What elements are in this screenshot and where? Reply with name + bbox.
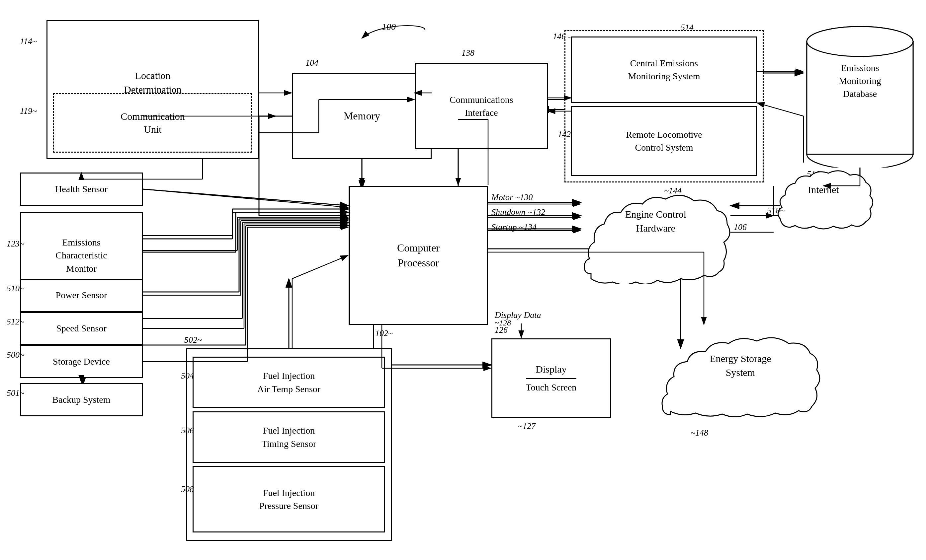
fuel-timing-label: Fuel InjectionTiming Sensor (262, 424, 316, 450)
energy-storage-label: Energy StorageSystem (710, 353, 771, 378)
fuel-pressure-label: Fuel InjectionPressure Sensor (259, 486, 318, 512)
svg-line-90 (292, 255, 348, 279)
fuel-timing-box: Fuel InjectionTiming Sensor (192, 411, 385, 463)
ref-106: 106 (734, 222, 747, 232)
emissions-db-shape: EmissionsMonitoringDatabase (803, 21, 916, 168)
memory-box: Memory (292, 73, 432, 159)
ref-142: 142 (558, 129, 571, 139)
ref-102: 102~ (375, 328, 393, 338)
internet-label: Internet (808, 184, 839, 195)
ref-146: 146 - - - (553, 32, 581, 41)
storage-device-label: Storage Device (53, 356, 110, 368)
svg-line-83 (757, 103, 803, 116)
ref-514: 514 (681, 23, 694, 33)
ref-506: 506 (181, 426, 194, 436)
backup-system-label: Backup System (53, 394, 110, 406)
display-box: Display Touch Screen (492, 338, 611, 418)
shutdown-label: Shutdown ~132 (492, 207, 545, 217)
motor-label: Motor ~130 (492, 192, 533, 202)
touch-screen-label: Touch Screen (526, 378, 577, 394)
emissions-monitor-label: EmissionsCharacteristicMonitor (56, 236, 107, 275)
remote-loco-label: Remote LocomotiveControl System (626, 128, 702, 154)
central-emissions-label: Central EmissionsMonitoring System (628, 57, 700, 83)
storage-device-box: Storage Device (20, 345, 143, 378)
remote-loco-box: Remote LocomotiveControl System (571, 106, 757, 176)
ref-502: 502~ (184, 335, 202, 345)
comm-unit-box: CommunicationUnit (53, 93, 252, 152)
engine-control-label: Engine ControlHardware (625, 209, 686, 234)
ref-148: ~148 (691, 428, 708, 438)
display-label: Display (526, 362, 577, 376)
backup-system-box: Backup System (20, 383, 143, 417)
ref-501: 501~ (7, 388, 24, 398)
comm-interface-box: CommunicationsInterface (415, 63, 548, 149)
ref-504: 504 (181, 371, 194, 381)
engine-control-box: Engine ControlHardware (581, 181, 731, 284)
energy-storage-box: Energy StorageSystem (657, 325, 823, 425)
ref-127: ~127 (518, 421, 536, 431)
ref-518: 518~ (767, 206, 785, 216)
ref-508: 508 (181, 485, 194, 494)
memory-label: Memory (343, 109, 380, 123)
fuel-air-temp-box: Fuel InjectionAir Temp Sensor (192, 357, 385, 408)
ref-100: 100 (382, 21, 396, 32)
ref-138: 138 (461, 48, 474, 58)
ref-500: 500~ (7, 350, 24, 360)
ref-123: 123~ (7, 239, 24, 249)
health-sensor-box: Health Sensor (20, 172, 143, 206)
computer-processor-label: ComputerProcessor (397, 240, 440, 270)
health-sensor-label: Health Sensor (55, 183, 107, 195)
speed-sensor-box: Speed Sensor (20, 312, 143, 345)
fuel-air-temp-label: Fuel InjectionAir Temp Sensor (257, 369, 321, 395)
ref-114: 114~ (20, 36, 37, 47)
ref-512: 512~ (7, 317, 24, 327)
svg-point-46 (807, 27, 913, 56)
computer-processor-box: ComputerProcessor (349, 186, 488, 325)
emissions-db-label: EmissionsMonitoringDatabase (839, 63, 881, 99)
comm-interface-label: CommunicationsInterface (449, 93, 513, 119)
ref-119: 119~ (20, 106, 37, 116)
power-sensor-label: Power Sensor (56, 289, 107, 301)
ref-128: ~128 (495, 318, 511, 328)
ref-104: 104 (306, 58, 318, 68)
speed-sensor-label: Speed Sensor (56, 323, 107, 334)
startup-label: Startup ~134 (492, 222, 537, 232)
fuel-pressure-box: Fuel InjectionPressure Sensor (192, 466, 385, 533)
central-emissions-box: Central EmissionsMonitoring System (571, 36, 757, 103)
ref-510: 510~ (7, 284, 24, 294)
svg-line-56 (143, 189, 348, 207)
svg-line-11 (143, 189, 349, 206)
comm-unit-label: CommunicationUnit (121, 110, 185, 136)
internet-cloud: Internet (773, 163, 873, 235)
power-sensor-box: Power Sensor (20, 279, 143, 312)
